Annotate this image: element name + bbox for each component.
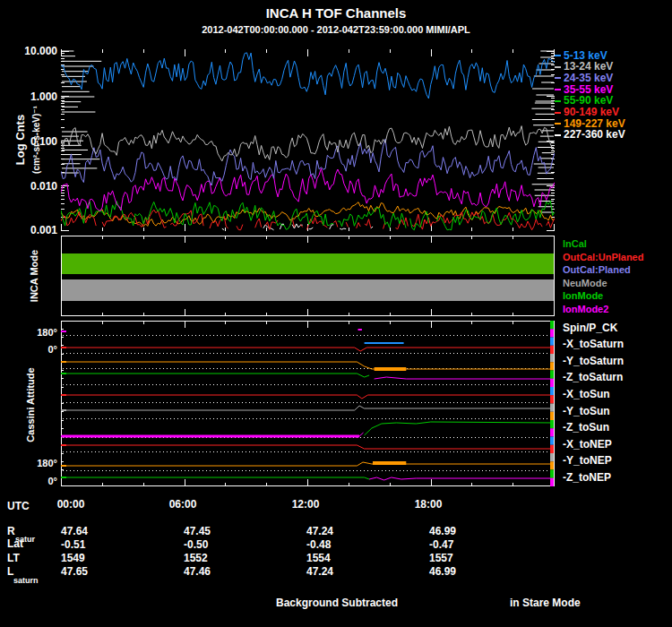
footer-note-background: Background Subtracted — [276, 597, 398, 609]
attitude-y-tick-label: 0° — [0, 344, 57, 355]
inca-tof-plot: INCA H TOF Channels 2012-042T00:00:00.00… — [0, 0, 672, 627]
table-cell: 46.99 — [429, 525, 456, 537]
attitude-trace — [62, 395, 554, 399]
table-cell: 1549 — [61, 552, 85, 564]
legend-label: 227-360 keV — [564, 128, 625, 141]
legend-leader-dash — [555, 112, 561, 114]
attitude-y-tick-label: 180° — [0, 458, 57, 468]
footer-note-staremode: in Stare Mode — [510, 597, 581, 609]
legend-leader-dash — [555, 66, 561, 68]
attitude-trace — [62, 406, 554, 410]
y-tick-label: 1.000 — [0, 90, 57, 103]
series-55-90keV — [437, 201, 555, 230]
attitude-trace — [62, 477, 369, 479]
series-227-360keV — [340, 228, 346, 229]
cassini-attitude-panel — [61, 321, 555, 486]
series-90-149keV — [237, 225, 243, 230]
table-row-label: R — [7, 525, 15, 537]
series-13-24keV — [61, 126, 555, 161]
mode-legend-label: InCal — [563, 238, 587, 249]
page-title: INCA H TOF Channels — [0, 5, 672, 21]
series-90-149keV — [210, 216, 228, 228]
legend-leader-dash — [555, 123, 561, 125]
table-cell: 47.65 — [61, 565, 88, 578]
y-tick-label: 0.010 — [0, 180, 57, 193]
mode-bar-IonMode — [62, 253, 554, 274]
utc-tick-label: 00:00 — [57, 498, 85, 511]
mode-legend-label: OutCal:UnPlaned — [563, 252, 643, 262]
series-55-90keV — [338, 208, 406, 228]
table-row-label: Lat — [7, 537, 23, 550]
table-row-label-subscript: saturn — [13, 576, 39, 585]
table-cell: -0.51 — [61, 538, 85, 551]
panel3-y-axis-title: Cassini Attitude — [25, 367, 36, 442]
attitude-legend-label: -Y_toSaturn — [563, 355, 624, 367]
series-227-360keV — [309, 228, 314, 229]
attitude-trace — [365, 422, 554, 435]
mode-legend-label: NeuMode — [563, 278, 607, 288]
table-cell: -0.48 — [306, 538, 331, 551]
attitude-legend-label: -Z_toSaturn — [563, 371, 623, 383]
attitude-trace — [62, 348, 554, 351]
panel2-y-axis-title: INCA Mode — [29, 250, 39, 302]
utc-tick-label: 12:00 — [292, 498, 320, 511]
dotted-gridlines — [63, 336, 553, 471]
y-tick-label: 0.100 — [0, 135, 57, 148]
right-edge-color-strip — [550, 321, 554, 486]
attitude-trace — [62, 445, 554, 449]
attitude-legend-label: Spin/P_CK — [563, 322, 617, 334]
series-24-35keV — [61, 139, 555, 185]
attitude-trace — [62, 374, 369, 377]
attitude-trace — [62, 362, 554, 369]
attitude-legend-label: -Z_toNEP — [563, 471, 611, 484]
legend-leader-dash — [555, 134, 561, 136]
y-tick-label: 0.001 — [0, 224, 57, 236]
attitude-legend-label: -Y_toSun — [563, 405, 610, 417]
table-cell: 47.24 — [306, 565, 333, 578]
series-90-149keV — [255, 219, 262, 228]
table-cell: 47.24 — [306, 525, 333, 537]
utc-tick-label: 18:00 — [415, 498, 443, 511]
table-cell: 1557 — [429, 552, 453, 564]
mode-legend-label: IonMode2 — [563, 304, 608, 314]
series-90-149keV — [346, 222, 348, 227]
series-90-149keV — [357, 223, 361, 228]
series-227-360keV — [330, 225, 334, 229]
table-cell: -0.47 — [429, 538, 453, 551]
y-tick-label: 10.000 — [0, 45, 57, 57]
series-90-149keV — [365, 219, 371, 228]
attitude-legend-label: -X_toSun — [563, 388, 610, 400]
attitude-legend-label: -Y_toNEP — [563, 454, 612, 467]
attitude-trace — [359, 433, 363, 436]
legend-leader-dash — [555, 77, 561, 79]
time-ticks — [62, 236, 555, 316]
attitude-trace — [62, 462, 554, 466]
mode-legend-label: OutCal:Planed — [563, 264, 631, 275]
table-cell: 46.99 — [429, 565, 456, 578]
legend-leader-dash — [555, 89, 561, 90]
legend-leader-dash — [555, 100, 561, 102]
table-cell: 47.46 — [184, 565, 211, 578]
attitude-y-tick-label: 180° — [0, 327, 57, 338]
mode-legend-label: IonMode — [563, 290, 603, 301]
table-cell: 1554 — [306, 552, 331, 564]
table-row-label: LT — [7, 552, 20, 564]
table-cell: 47.45 — [184, 525, 211, 537]
mode-bar-NeuMode — [62, 279, 554, 301]
attitude-legend-label: -X_toNEP — [563, 438, 612, 451]
inca-mode-panel — [61, 236, 555, 316]
utc-tick-label: 06:00 — [169, 498, 197, 511]
series-227-360keV — [222, 228, 224, 229]
series-5-13keV — [61, 53, 555, 99]
legend-leader-dash — [555, 55, 561, 56]
tof-spectra-panel — [61, 49, 555, 231]
utc-row-label: UTC — [7, 500, 30, 512]
table-cell: 47.64 — [61, 525, 88, 537]
attitude-y-tick-label: 0° — [0, 476, 57, 486]
attitude-legend-label: -Z_toSun — [563, 421, 609, 434]
attitude-legend-label: -X_toSaturn — [563, 338, 624, 350]
table-cell: -0.50 — [184, 538, 208, 551]
attitude-trace — [369, 477, 554, 480]
table-cell: 1552 — [184, 552, 208, 564]
attitude-trace — [375, 377, 554, 379]
